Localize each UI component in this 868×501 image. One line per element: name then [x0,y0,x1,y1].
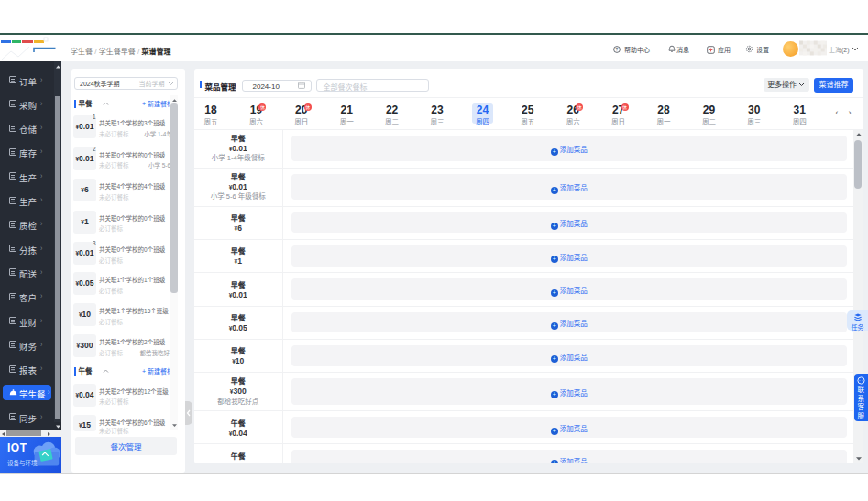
svg-text:?: ? [616,46,619,51]
